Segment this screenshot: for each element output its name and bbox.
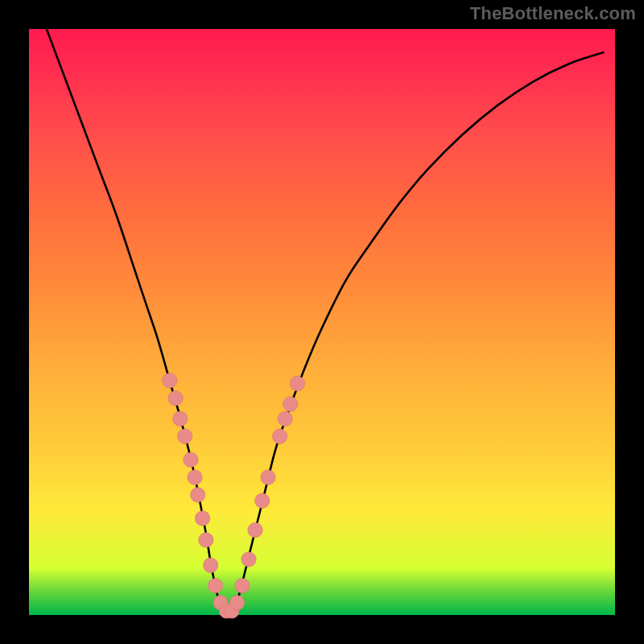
- highlight-dot: [190, 488, 204, 502]
- highlight-dot: [188, 470, 202, 485]
- highlight-dots: [163, 374, 305, 619]
- highlight-dot: [173, 411, 188, 426]
- highlight-dot: [290, 376, 304, 390]
- highlight-dot: [184, 452, 198, 467]
- highlight-dot: [248, 522, 262, 537]
- watermark-label: TheBottleneck.com: [470, 3, 636, 24]
- highlight-dot: [199, 533, 213, 547]
- figure-root: TheBottleneck.com: [0, 0, 644, 644]
- highlight-dot: [163, 374, 177, 388]
- highlight-dot: [203, 558, 217, 572]
- highlight-dot: [272, 429, 287, 444]
- highlight-dot: [229, 596, 244, 610]
- highlight-dot: [235, 578, 250, 592]
- highlight-dot: [195, 511, 209, 526]
- highlight-dot: [242, 552, 256, 567]
- plot-area: [29, 29, 615, 615]
- highlight-dot: [208, 578, 222, 592]
- bottleneck-curve: [47, 29, 604, 615]
- highlight-dot: [255, 493, 270, 508]
- highlight-dot: [283, 397, 297, 411]
- highlight-dot: [261, 470, 275, 485]
- highlight-dot: [278, 411, 292, 426]
- highlight-dot: [177, 429, 192, 444]
- highlight-dot: [168, 390, 183, 405]
- curve-layer: [29, 29, 615, 615]
